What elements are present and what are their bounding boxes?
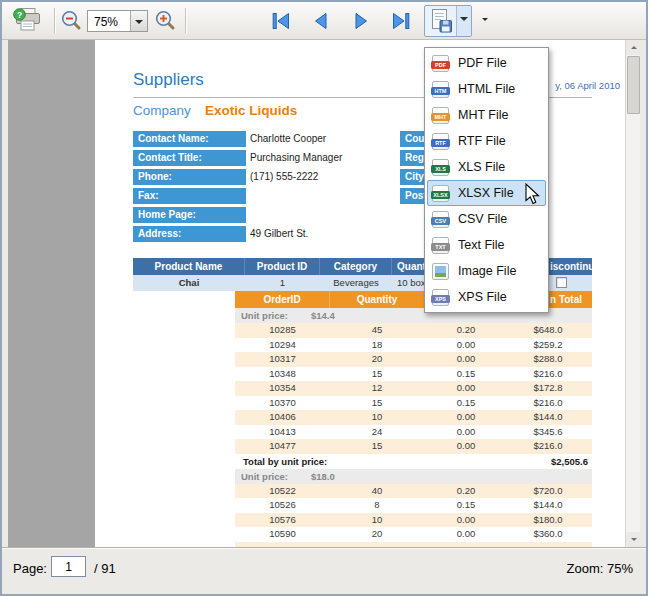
field-label: Fax: [133,188,246,204]
image-thumbnail [435,266,446,277]
order-total-cell: $360.0 [508,527,592,542]
order-discount-cell: 0.00 [424,425,508,440]
order-quantity-cell: 45 [330,323,424,338]
zoom-out-button[interactable] [57,5,85,36]
order-total-cell: $288.0 [508,352,592,367]
pdf-file-icon: PDF [432,55,449,72]
order-row: 10576100.00$180.0 [235,513,592,528]
file-badge: XLSX [431,191,450,199]
export-menu-item-xps-file[interactable]: XPSXPS File [427,284,546,310]
order-total-cell: $216.0 [508,367,592,382]
export-menu-item-html-file[interactable]: HTMHTML File [427,76,546,102]
export-menu-item-xls-file[interactable]: XLSXLS File [427,154,546,180]
order-row: 10354120.00$172.8 [235,381,592,396]
order-row-partial [235,542,592,547]
zoom-in-icon [153,9,177,33]
order-quantity-cell: 40 [330,484,424,499]
order-row: 10477150.00$216.0 [235,439,592,454]
export-menu-item-rtf-file[interactable]: RTFRTF File [427,128,546,154]
field-value: 49 Gilbert St. [250,228,308,239]
scrollbar-thumb[interactable] [627,56,640,114]
file-badge: TXT [431,243,450,251]
zoom-combobox-value[interactable]: 75% [88,11,130,31]
export-menu-item-csv-file[interactable]: CSVCSV File [427,206,546,232]
order-total-cell: $172.8 [508,381,592,396]
chevron-down-icon [460,17,468,25]
page-number-input[interactable] [51,556,86,577]
field-row: Home Page: [133,207,403,226]
export-icon[interactable] [425,6,456,36]
field-value: Purchasing Manager [250,152,342,163]
export-menu-item-label: CSV File [458,212,507,226]
orders-group-header: Unit price:$18.0 [235,469,592,484]
order-quantity-cell: 24 [330,425,424,440]
order-row: 1052680.15$144.0 [235,498,592,513]
order-quantity-cell: 18 [330,338,424,353]
total-value: $2,505.6 [551,454,588,469]
export-document-save-icon [429,9,453,33]
html-file-icon: HTM [432,81,449,98]
file-badge: XLS [431,165,450,173]
file-badge: RTF [431,139,450,147]
order-quantity-cell: 15 [330,439,424,454]
first-page-button[interactable] [264,5,298,36]
xls-file-icon: XLS [432,159,449,176]
export-button[interactable] [424,5,472,37]
print-button[interactable]: ? [8,5,48,36]
field-row: Fax: [133,188,403,207]
export-menu-item-pdf-file[interactable]: PDFPDF File [427,50,546,76]
export-menu-item-image-file[interactable]: Image File [427,258,546,284]
zoom-in-button[interactable] [151,5,179,36]
category-cell: Beverages [320,275,392,291]
order-row: 10294180.00$259.2 [235,338,592,353]
order-id-cell: 10477 [235,439,330,454]
order-id-cell: 10413 [235,425,330,440]
order-total-header-fragment: n Total [550,291,582,308]
print-preview-window: ? 75% [0,0,648,596]
export-menu-item-label: XLS File [458,160,505,174]
company-label: Company [133,103,191,118]
mouse-cursor [525,183,543,207]
file-badge: CSV [431,217,450,225]
field-label: Home Page: [133,207,246,223]
field-row: Contact Title:Purchasing Manager [133,150,403,169]
last-page-button[interactable] [384,5,418,36]
order-quantity-cell: 20 [330,527,424,542]
export-menu-item-mht-file[interactable]: MHTMHT File [427,102,546,128]
file-badge: XPS [431,295,450,303]
order-row: 10317200.00$288.0 [235,352,592,367]
order-row: 10348150.15$216.0 [235,367,592,382]
mht-file-icon: MHT [432,107,449,124]
product-id-header: Product ID [245,258,320,275]
product-id-cell: 1 [245,275,320,291]
export-menu-item-text-file[interactable]: TXTText File [427,232,546,258]
export-menu-item-label: Text File [458,238,505,252]
last-page-icon [390,11,412,31]
order-discount-cell: 0.15 [424,367,508,382]
previous-page-button[interactable] [304,5,338,36]
vertical-scrollbar[interactable] [625,40,640,547]
text-file-icon: TXT [432,237,449,254]
zoom-combobox[interactable]: 75% [87,10,148,32]
xps-file-icon: XPS [432,289,449,306]
order-discount-cell: 0.20 [424,484,508,499]
export-menu-item-label: MHT File [458,108,508,122]
order-discount-cell: 0.00 [424,381,508,396]
page-label: Page: [13,561,47,576]
toolbar-separator [54,8,55,33]
scroll-up-button[interactable] [626,40,641,55]
order-discount-cell: 0.15 [424,396,508,411]
order-row: 10522400.20$720.0 [235,484,592,499]
scroll-down-button[interactable] [626,532,641,547]
next-page-button[interactable] [344,5,378,36]
zoom-combobox-dropdown-button[interactable] [130,11,147,31]
unit-price-value: $14.4 [311,308,335,323]
order-id-cell: 10317 [235,352,330,367]
toolbar-options-button[interactable] [478,13,492,29]
contact-fields: Contact Name:Charlotte CooperContact Tit… [133,131,403,245]
export-dropdown-arrow[interactable] [456,6,471,36]
order-quantity-header: Quantity [330,291,424,308]
chevron-up-icon [631,43,637,49]
field-row: Contact Name:Charlotte Cooper [133,131,403,150]
chevron-down-icon [482,18,488,24]
